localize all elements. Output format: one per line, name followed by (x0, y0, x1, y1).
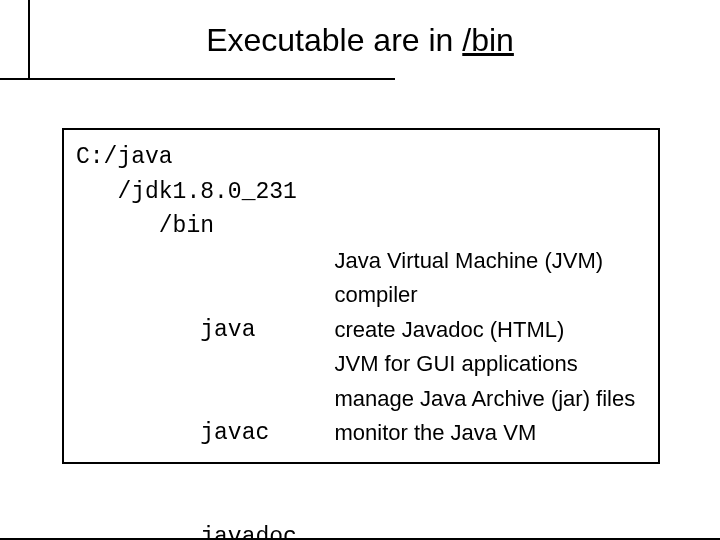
exec-name: javac (76, 416, 324, 451)
slide: Executable are in /bin C:/java /jdk1.8.0… (0, 0, 720, 540)
path-bin: /bin (76, 209, 646, 244)
exec-desc: monitor the Java VM (334, 416, 635, 451)
exec-desc: manage Java Archive (jar) files (334, 382, 635, 417)
exec-desc: compiler (334, 278, 635, 313)
executable-desc-col: Java Virtual Machine (JVM) compiler crea… (334, 244, 635, 451)
title-area: Executable are in /bin (0, 22, 720, 59)
exec-desc: create Javadoc (HTML) (334, 313, 635, 348)
path-jdk: /jdk1.8.0_231 (76, 175, 646, 210)
executable-names-col: java javac javadoc javaw jar jvisualvm (76, 244, 334, 541)
path-block: C:/java /jdk1.8.0_231 /bin (76, 140, 646, 244)
slide-title: Executable are in /bin (206, 22, 514, 58)
exec-desc: JVM for GUI applications (334, 347, 635, 382)
exec-desc: Java Virtual Machine (JVM) (334, 244, 635, 279)
exec-name: java (76, 313, 324, 348)
content-box: C:/java /jdk1.8.0_231 /bin java javac ja… (62, 128, 660, 464)
path-root: C:/java (76, 140, 646, 175)
exec-name: javadoc (76, 520, 324, 541)
title-rule-horizontal (0, 78, 395, 80)
title-path: /bin (462, 22, 514, 58)
title-prefix: Executable are in (206, 22, 462, 58)
executable-table: java javac javadoc javaw jar jvisualvm J… (76, 244, 646, 541)
